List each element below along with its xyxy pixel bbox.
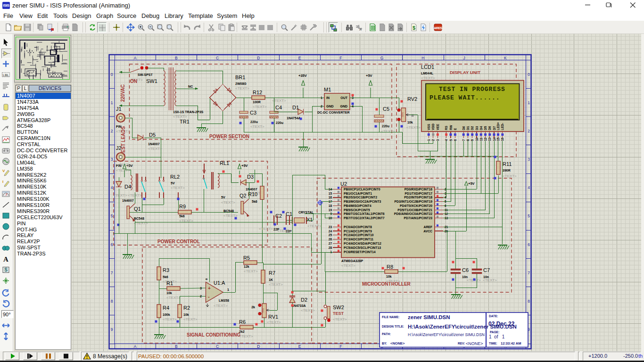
- svg-text:<TEXT>: <TEXT>: [183, 317, 198, 321]
- svg-text:<TEXT>: <TEXT>: [244, 269, 258, 273]
- svg-text:1: 1: [321, 96, 322, 99]
- svg-text:<NONE>: <NONE>: [466, 341, 483, 346]
- svg-text:19: 19: [329, 208, 332, 212]
- svg-text:TR1: TR1: [180, 119, 190, 124]
- svg-text:OUT: OUT: [340, 96, 348, 99]
- svg-text:FILE NAME:: FILE NAME:: [382, 315, 399, 319]
- svg-text:POWER CONTROL: POWER CONTROL: [157, 239, 200, 244]
- svg-text:R9: R9: [179, 204, 186, 209]
- svg-text:PD3/INT1/OC2B/PCINT19: PD3/INT1/OC2B/PCINT19: [395, 200, 433, 203]
- svg-text:PB4/MISO/PCINT4: PB4/MISO/PCINT4: [344, 204, 372, 207]
- svg-text:390R: 390R: [503, 169, 511, 172]
- svg-text:RS: RS: [445, 125, 448, 130]
- svg-text:D5: D5: [484, 126, 487, 130]
- svg-text:TEST IN PROGRESS: TEST IN PROGRESS: [439, 86, 505, 93]
- svg-text:28: 28: [329, 246, 332, 249]
- svg-text:<TEXT>: <TEXT>: [421, 76, 435, 80]
- svg-text:1N4007: 1N4007: [148, 142, 160, 146]
- svg-text:ATMEGA328P: ATMEGA328P: [341, 259, 363, 263]
- svg-text:220u: 220u: [276, 121, 283, 124]
- svg-text:SW1: SW1: [146, 78, 157, 84]
- svg-text:6: 6: [454, 139, 457, 141]
- svg-text:<TEXT>: <TEXT>: [259, 227, 273, 231]
- svg-text:+5V: +5V: [241, 164, 248, 168]
- svg-text:PD4/T0/XCK/PCINT20: PD4/T0/XCK/PCINT20: [400, 204, 432, 207]
- svg-text:E: E: [298, 56, 301, 60]
- svg-text:AREF: AREF: [423, 225, 432, 229]
- svg-text:PC2/ADC2/PCINT10: PC2/ADC2/PCINT10: [344, 233, 374, 237]
- svg-text:<TEXT>: <TEXT>: [239, 334, 253, 338]
- svg-text:10: 10: [475, 137, 479, 141]
- svg-text:18: 18: [329, 204, 332, 207]
- svg-text:1N4007: 1N4007: [122, 199, 134, 202]
- svg-text:12: 12: [484, 137, 487, 141]
- svg-text:3: 3: [200, 287, 202, 290]
- svg-text:12:33:42 AM: 12:33:42 AM: [501, 341, 521, 346]
- svg-text:PC4/ADC4/SDA/PCINT12: PC4/ADC4/SDA/PCINT12: [344, 242, 381, 245]
- svg-text:<TEXT>: <TEXT>: [173, 115, 187, 119]
- svg-text:PD1/TXD/PCINT17: PD1/TXD/PCINT17: [405, 192, 432, 195]
- svg-text:8: 8: [111, 299, 113, 304]
- svg-text:D1: D1: [466, 126, 470, 130]
- svg-text:C3: C3: [250, 110, 256, 115]
- svg-text:G: G: [380, 56, 384, 60]
- svg-text:<TEXT>: <TEXT>: [269, 282, 283, 287]
- svg-text:C: C: [216, 344, 219, 349]
- svg-text:D0: D0: [462, 126, 465, 130]
- svg-text:AVCC: AVCC: [423, 230, 432, 233]
- svg-text:R3: R3: [163, 267, 169, 273]
- svg-text:DC-DC CONVERTER: DC-DC CONVERTER: [317, 111, 349, 114]
- svg-text:VSS: VSS: [427, 123, 430, 130]
- svg-text:RL2: RL2: [170, 174, 180, 180]
- svg-text:PB6/TOSC1/XTAL1/PCINT6: PB6/TOSC1/XTAL1/PCINT6: [344, 212, 385, 215]
- svg-text:D2: D2: [471, 126, 474, 130]
- svg-text:PATH:: PATH:: [382, 332, 391, 336]
- svg-text:1K: 1K: [269, 278, 273, 281]
- svg-text:D4: D4: [124, 184, 131, 189]
- svg-text:PLEASE WAIT......: PLEASE WAIT......: [429, 94, 500, 101]
- svg-text:A: A: [134, 344, 137, 349]
- svg-text:TEST: TEST: [333, 311, 344, 316]
- svg-text:SW-SPST: SW-SPST: [138, 73, 153, 76]
- svg-text:<TEXT>: <TEXT>: [267, 320, 281, 324]
- svg-text:I: I: [2, 180, 3, 184]
- svg-text:D3: D3: [475, 126, 479, 130]
- svg-text:F: F: [339, 56, 342, 60]
- svg-text:A: A: [3, 255, 8, 263]
- svg-text:+35V: +35V: [298, 74, 307, 78]
- svg-text:A: A: [134, 56, 137, 60]
- svg-text:24: 24: [329, 230, 332, 233]
- svg-text:S: S: [4, 267, 8, 272]
- svg-text:D1: D1: [292, 105, 299, 110]
- svg-text:D: D: [257, 344, 260, 349]
- svg-text:PC3/ADC3/PCINT11: PC3/ADC3/PCINT11: [344, 238, 373, 241]
- svg-text:5: 5: [111, 214, 113, 218]
- svg-text:H: H: [421, 56, 424, 60]
- svg-text:<TEXT>: <TEXT>: [166, 296, 181, 300]
- svg-text:10k: 10k: [386, 275, 392, 278]
- svg-text:27: 27: [329, 242, 332, 245]
- svg-text:R1: R1: [166, 280, 173, 286]
- svg-text:C2: C2: [275, 213, 282, 219]
- svg-text:TIME:: TIME:: [489, 342, 497, 345]
- svg-text:10k: 10k: [407, 121, 413, 124]
- svg-text:5k6: 5k6: [252, 200, 257, 203]
- svg-text:2: 2: [321, 105, 322, 108]
- svg-text:2: 2: [111, 129, 113, 133]
- svg-text:R5: R5: [243, 255, 250, 261]
- svg-text:<TEXT>: <TEXT>: [381, 129, 395, 133]
- svg-text:10k: 10k: [183, 313, 189, 316]
- svg-text:<NONE>: <NONE>: [390, 341, 405, 346]
- svg-text:8: 8: [466, 139, 470, 141]
- svg-text:75%: 75%: [262, 308, 264, 313]
- svg-text:1: 1: [427, 139, 430, 141]
- svg-text:5: 5: [528, 214, 530, 218]
- svg-text:PC5/ADC5/SCL/PCINT13: PC5/ADC5/SCL/PCINT13: [344, 246, 381, 249]
- svg-text:2: 2: [200, 295, 202, 298]
- svg-text:A: A: [359, 28, 362, 31]
- svg-text:3: 3: [436, 139, 439, 141]
- svg-text:BY:: BY:: [382, 342, 387, 345]
- svg-text:14: 14: [493, 137, 496, 141]
- svg-text:Q2: Q2: [239, 193, 247, 198]
- svg-text:5V: 5V: [221, 196, 225, 199]
